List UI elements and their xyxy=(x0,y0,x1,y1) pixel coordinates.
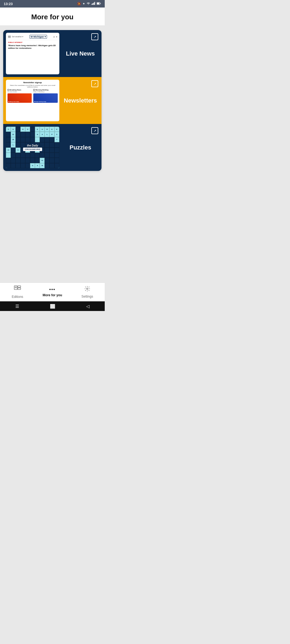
svg-rect-5 xyxy=(97,3,99,4)
preview-headline: 'Rivers have long memories': Michigan ge… xyxy=(8,44,57,50)
svg-rect-0 xyxy=(92,4,92,5)
svg-rect-7 xyxy=(14,286,17,290)
cw-cell: D xyxy=(25,127,30,132)
cards-container: Set weather ▾ M Michigan ▾ ⊙ ▾ PUBLIC IN… xyxy=(3,30,102,171)
notification-mute-icon: 🔕 xyxy=(77,2,81,6)
newsletter-title: Newsletter signup xyxy=(8,81,58,84)
puzzles-label-area: Puzzles ↗ xyxy=(59,124,102,171)
puzzles-card[interactable]: S E R D E U R E K xyxy=(3,124,102,171)
newsletters-label: Newsletters xyxy=(64,97,97,104)
settings-gear-icon xyxy=(84,286,90,293)
svg-rect-2 xyxy=(93,3,94,5)
nav-more-label: More for you xyxy=(43,293,62,297)
cw-cell: E xyxy=(35,127,40,132)
cw-cell: R xyxy=(20,127,25,132)
nav-item-settings[interactable]: Settings xyxy=(70,283,105,301)
cw-cell: E xyxy=(49,127,54,132)
checkbox-morning xyxy=(33,89,35,91)
daily-script-text: the Daily xyxy=(23,144,42,147)
cw-cell: E xyxy=(11,127,16,132)
puzzles-label: Puzzles xyxy=(70,144,91,151)
newsletter-morning-desc: Daily or Weekdays xyxy=(33,91,57,93)
newsletter-morning-label: Morning Briefing xyxy=(35,89,48,91)
svg-rect-3 xyxy=(95,2,95,5)
live-news-label: Live News xyxy=(66,50,95,57)
newsletter-thumbnail-breaking: Breaking news image xyxy=(8,93,32,103)
cw-cell: R xyxy=(45,127,49,132)
cw-cell xyxy=(30,127,35,132)
bottom-nav: Editions ••• More for you Settings xyxy=(0,283,105,301)
live-news-arrow-icon[interactable]: ↗ xyxy=(91,33,98,40)
more-dots-icon: ••• xyxy=(49,287,56,292)
nav-editions-label: Editions xyxy=(12,295,23,299)
live-news-preview: Set weather ▾ M Michigan ▾ ⊙ ▾ PUBLIC IN… xyxy=(3,30,59,77)
puzzles-preview: S E R D E U R E K xyxy=(3,124,59,171)
newsletter-breaking-desc: As news breaks xyxy=(8,91,32,93)
crossword-label: CROSSWORD xyxy=(23,148,42,151)
live-news-label-area: Live News ↗ xyxy=(59,30,102,77)
bluetooth-icon: ✦ xyxy=(82,2,85,6)
cw-cell xyxy=(16,127,20,132)
newsletter-option-breaking: Breaking News As news breaks Breaking ne… xyxy=(8,89,32,103)
battery-icon xyxy=(97,2,101,6)
newsletter-breaking-label: Breaking News xyxy=(10,89,21,91)
cw-cell: K xyxy=(55,127,59,132)
preview-badge: PUBLIC INTEREST xyxy=(8,42,57,43)
status-time: 13:23 xyxy=(4,2,13,6)
svg-rect-6 xyxy=(100,3,101,4)
svg-rect-9 xyxy=(18,288,21,290)
checkbox-breaking xyxy=(8,89,9,91)
svg-rect-8 xyxy=(18,286,21,287)
svg-rect-1 xyxy=(93,3,93,5)
newsletters-arrow-icon[interactable]: ↗ xyxy=(91,80,98,87)
svg-point-13 xyxy=(86,288,88,290)
nav-home-icon[interactable]: ⬜ xyxy=(50,304,55,309)
crossword-overlay: the Daily CROSSWORD xyxy=(23,144,42,151)
hamburger-icon xyxy=(8,36,11,38)
newsletter-thumbnail-morning: Michigan briefing image xyxy=(33,93,57,103)
wifi-icon xyxy=(86,2,90,6)
empty-space xyxy=(3,171,102,278)
nav-back-icon[interactable]: ◁ xyxy=(86,304,89,309)
status-icons: 🔕 ✦ xyxy=(77,2,101,6)
page-title: More for you xyxy=(4,13,100,21)
page-header: More for you xyxy=(0,8,105,26)
system-nav-bar: ☰ ⬜ ◁ xyxy=(0,301,105,311)
newsletters-label-area: Newsletters ↗ xyxy=(59,77,102,124)
newsletters-card[interactable]: Newsletter signup Select the newsletters… xyxy=(3,77,102,124)
preview-nav: Set weather ▾ M Michigan ▾ ⊙ ▾ xyxy=(8,35,57,40)
cw-cell: S xyxy=(6,127,11,132)
nav-weather-text: Set weather ▾ xyxy=(12,36,23,38)
editions-icon xyxy=(14,286,21,294)
nav-logo: M Michigan ▾ xyxy=(30,35,47,39)
main-content: Set weather ▾ M Michigan ▾ ⊙ ▾ PUBLIC IN… xyxy=(0,26,105,283)
nav-settings-label: Settings xyxy=(81,295,93,298)
nav-menu-icon[interactable]: ☰ xyxy=(15,304,19,309)
signal-icon xyxy=(92,2,95,6)
newsletter-options: Breaking News As news breaks Breaking ne… xyxy=(8,89,58,103)
newsletter-option-morning: Morning Briefing Daily or Weekdays Michi… xyxy=(33,89,57,103)
cw-cell: U xyxy=(40,127,45,132)
puzzles-arrow-icon[interactable]: ↗ xyxy=(91,127,98,134)
nav-item-more[interactable]: ••• More for you xyxy=(35,283,70,301)
live-news-card[interactable]: Set weather ▾ M Michigan ▾ ⊙ ▾ PUBLIC IN… xyxy=(3,30,102,77)
newsletters-preview: Newsletter signup Select the newsletters… xyxy=(3,77,59,124)
status-bar: 13:23 🔕 ✦ xyxy=(0,0,105,8)
nav-item-editions[interactable]: Editions xyxy=(0,283,35,301)
newsletter-subtitle: Select the newsletters you'd like to rec… xyxy=(8,85,58,88)
